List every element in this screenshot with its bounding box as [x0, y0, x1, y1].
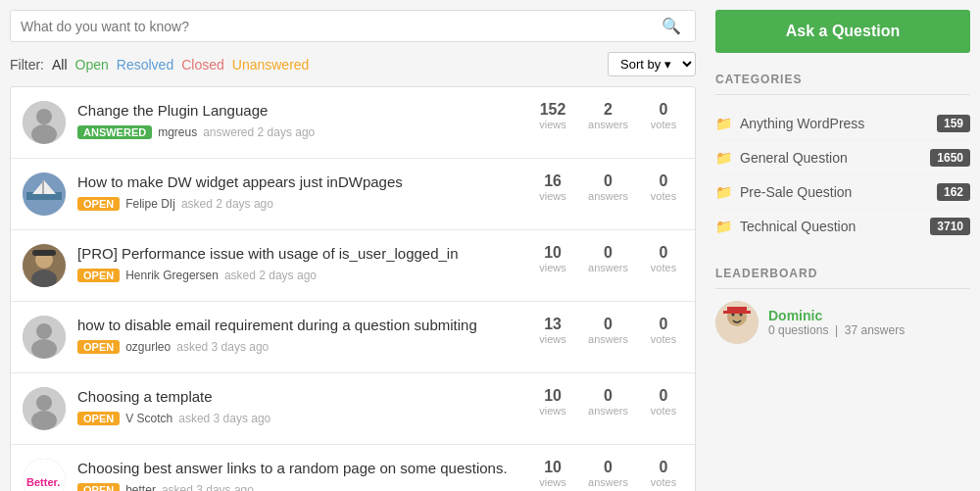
answers-value: 0	[588, 459, 628, 476]
question-action: answered 2 days ago	[203, 125, 315, 139]
svg-point-16	[31, 411, 57, 430]
question-meta: ANSWERED mgreus answered 2 days ago	[77, 125, 521, 139]
leaderboard-item: Dominic 0 questions | 37 answers	[715, 301, 970, 344]
avatar	[23, 316, 66, 359]
views-label: views	[533, 333, 572, 345]
votes-stat: 0 votes	[644, 244, 683, 273]
question-body: Choosing a template OPEN V Scotch asked …	[77, 387, 521, 425]
author-name[interactable]: Henrik Gregersen	[125, 269, 219, 282]
votes-value: 0	[644, 244, 683, 262]
answers-value: 2	[588, 101, 628, 119]
filter-resolved[interactable]: Resolved	[117, 57, 173, 73]
question-title[interactable]: [PRO] Performance issue with usage of is…	[77, 244, 521, 264]
category-item[interactable]: 📁 Technical Question 3710	[715, 210, 970, 243]
question-list: Change the Plugin Language ANSWERED mgre…	[10, 86, 696, 491]
author-name[interactable]: V Scotch	[125, 412, 172, 425]
category-name: Anything WordPress	[740, 116, 937, 131]
question-body: How to make DW widget appears just inDWp…	[77, 172, 521, 211]
svg-point-2	[31, 124, 57, 144]
question-stats: 152 views 2 answers 0 votes	[533, 101, 683, 130]
status-badge: OPEN	[77, 197, 120, 211]
question-action: asked 3 days ago	[178, 412, 270, 425]
answers-label: answers	[588, 333, 628, 345]
folder-icon: 📁	[715, 184, 732, 200]
author-name[interactable]: Felipe DIj	[125, 197, 175, 211]
answers-value: 0	[588, 316, 628, 333]
search-button[interactable]: 🔍	[658, 17, 685, 35]
answers-label: answers	[588, 262, 628, 273]
leaderboard-stats: 0 questions | 37 answers	[768, 323, 905, 337]
author-name[interactable]: better	[125, 483, 156, 492]
answers-stat: 0 answers	[588, 459, 628, 488]
views-label: views	[533, 119, 572, 130]
category-count: 1650	[930, 149, 970, 167]
question-title[interactable]: Change the Plugin Language	[77, 101, 521, 121]
votes-value: 0	[644, 387, 683, 405]
question-action: asked 3 days ago	[176, 340, 269, 354]
avatar: Better.	[23, 459, 66, 491]
sort-by: Sort by ▾ Date Views Votes Answers	[608, 52, 696, 76]
question-meta: OPEN Felipe DIj asked 2 days ago	[77, 197, 521, 211]
folder-icon: 📁	[715, 116, 732, 131]
question-title[interactable]: how to disable email requirement during …	[77, 316, 521, 335]
views-label: views	[533, 405, 572, 417]
leaderboard-title: LEADERBOARD	[715, 267, 970, 289]
answers-label: answers	[588, 190, 628, 202]
category-name: Technical Question	[740, 219, 930, 234]
filter-all[interactable]: All	[52, 57, 68, 73]
votes-value: 0	[644, 316, 683, 333]
svg-point-1	[36, 109, 52, 124]
leaderboard-name[interactable]: Dominic	[768, 308, 905, 323]
views-value: 10	[533, 244, 572, 262]
status-badge: OPEN	[77, 412, 120, 425]
question-meta: OPEN better asked 3 days ago	[77, 483, 521, 492]
leaderboard-questions: 0 questions	[768, 323, 828, 337]
svg-point-13	[31, 339, 57, 359]
author-name[interactable]: mgreus	[158, 125, 197, 139]
categories-title: CATEGORIES	[715, 73, 970, 95]
folder-icon: 📁	[715, 150, 732, 166]
sort-select[interactable]: Sort by ▾ Date Views Votes Answers	[608, 52, 696, 76]
question-title[interactable]: How to make DW widget appears just inDWp…	[77, 172, 521, 192]
views-value: 10	[533, 387, 572, 405]
votes-label: votes	[644, 119, 683, 130]
answers-stat: 2 answers	[588, 101, 628, 130]
views-label: views	[533, 476, 572, 488]
votes-value: 0	[644, 459, 683, 476]
leaderboard-avatar	[715, 301, 759, 344]
answers-stat: 0 answers	[588, 172, 628, 202]
filter-open[interactable]: Open	[75, 57, 109, 73]
avatar	[23, 101, 66, 144]
question-action: asked 2 days ago	[224, 269, 317, 282]
question-body: how to disable email requirement during …	[77, 316, 521, 354]
filter-closed[interactable]: Closed	[181, 57, 224, 73]
votes-value: 0	[644, 101, 683, 119]
categories-section: CATEGORIES 📁 Anything WordPress 159 📁 Ge…	[715, 73, 970, 243]
svg-point-12	[36, 323, 52, 339]
category-item[interactable]: 📁 Anything WordPress 159	[715, 107, 970, 141]
search-input[interactable]	[21, 19, 658, 34]
question-item: How to make DW widget appears just inDWp…	[11, 159, 695, 230]
answers-label: answers	[588, 119, 628, 130]
filter-unanswered[interactable]: Unanswered	[232, 57, 310, 73]
answers-value: 0	[588, 244, 628, 262]
question-stats: 13 views 0 answers 0 votes	[533, 316, 683, 345]
category-item[interactable]: 📁 Pre-Sale Question 162	[715, 175, 970, 210]
category-item[interactable]: 📁 General Question 1650	[715, 141, 970, 175]
author-name[interactable]: ozgurleo	[125, 340, 171, 354]
question-title[interactable]: Choosing best answer links to a random p…	[77, 459, 521, 478]
status-badge: ANSWERED	[77, 125, 152, 139]
votes-label: votes	[644, 190, 683, 202]
views-stat: 10 views	[533, 244, 572, 273]
search-icon: 🔍	[662, 18, 681, 34]
ask-question-button[interactable]: Ask a Question	[715, 10, 970, 53]
answers-stat: 0 answers	[588, 316, 628, 345]
question-item: Better. Choosing best answer links to a …	[11, 445, 695, 491]
question-title[interactable]: Choosing a template	[77, 387, 521, 407]
avatar	[23, 172, 66, 216]
folder-icon: 📁	[715, 219, 732, 234]
category-count: 159	[937, 115, 970, 132]
question-stats: 10 views 0 answers 0 votes	[533, 244, 683, 273]
answers-value: 0	[588, 172, 628, 190]
category-count: 162	[937, 183, 970, 201]
